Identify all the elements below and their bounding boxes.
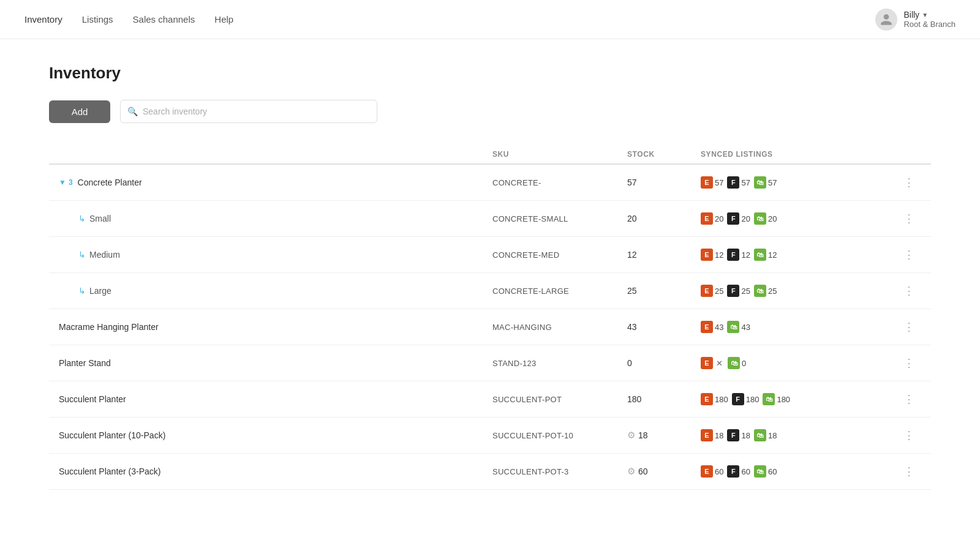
sku-value: CONCRETE-MED [492, 250, 627, 260]
main-content: Inventory Add 🔍 SKU STOCK SYNCED LISTING… [0, 39, 980, 514]
product-name: Succulent Planter (3-Pack) [59, 467, 492, 476]
nav-sales-channels[interactable]: Sales channels [133, 12, 195, 27]
nav-help[interactable]: Help [214, 12, 233, 27]
variant-indent: ↳ Large [78, 286, 111, 296]
product-name: Macrame Hanging Planter [59, 322, 492, 332]
variant-arrow-icon: ↳ [78, 286, 86, 296]
sku-value: STAND-123 [492, 359, 627, 368]
search-icon: 🔍 [127, 107, 138, 116]
more-actions-button[interactable]: ⋮ [897, 462, 921, 481]
more-actions-button[interactable]: ⋮ [897, 390, 921, 408]
more-actions-button[interactable]: ⋮ [897, 173, 921, 192]
table-row: Succulent Planter SUCCULENT-POT 180 E 18… [49, 381, 931, 418]
etsy-listing: E 60 [701, 465, 723, 478]
sku-value: CONCRETE-LARGE [492, 287, 627, 296]
inventory-table: SKU STOCK SYNCED LISTINGS ▼ 3 Concrete P… [49, 145, 931, 490]
etsy-icon: E [701, 176, 713, 189]
fb-count: 60 [741, 467, 750, 476]
fb-icon: F [727, 429, 739, 441]
listings: E 60 F 60 🛍 60 [701, 465, 897, 478]
more-actions-button[interactable]: ⋮ [897, 246, 921, 264]
avatar [875, 9, 897, 31]
listings: E 43 🛍 43 [701, 321, 897, 333]
etsy-listing: E ✕ [701, 357, 724, 369]
fb-icon: F [727, 212, 739, 225]
fb-listing: F 180 [732, 393, 760, 405]
listings: E 18 F 18 🛍 18 [701, 429, 897, 441]
shopify-icon: 🛍 [754, 285, 766, 297]
nav-listings[interactable]: Listings [82, 12, 113, 27]
toolbar: Add 🔍 [49, 100, 931, 123]
etsy-count: 60 [715, 467, 723, 476]
more-actions-button[interactable]: ⋮ [897, 209, 921, 228]
fb-listing: F 20 [727, 212, 750, 225]
etsy-listing: E 43 [701, 321, 723, 333]
shopify-listing: 🛍 0 [728, 357, 746, 369]
product-name-text: Succulent Planter [59, 394, 126, 404]
etsy-count: 57 [715, 178, 723, 187]
stock-value: 57 [627, 178, 701, 187]
expand-button[interactable]: ▼ 3 [59, 178, 73, 187]
more-actions-button[interactable]: ⋮ [897, 426, 921, 444]
shopify-icon: 🛍 [754, 212, 766, 225]
fb-count: 57 [741, 178, 750, 187]
table-row: Planter Stand STAND-123 0 E ✕ 🛍 0 ⋮ [49, 345, 931, 381]
fb-icon: F [727, 249, 739, 261]
etsy-count: 12 [715, 250, 723, 260]
fb-count: 12 [741, 250, 750, 260]
col-name-header [59, 150, 492, 159]
sku-value: SUCCULENT-POT-10 [492, 431, 627, 440]
product-name: Succulent Planter [59, 394, 492, 404]
shopify-count: 20 [768, 214, 777, 223]
etsy-icon: E [701, 321, 713, 333]
product-name: Succulent Planter (10-Pack) [59, 430, 492, 440]
variant-indent: ↳ Medium [78, 250, 120, 260]
sku-value: CONCRETE- [492, 178, 627, 187]
expand-count: 3 [69, 178, 73, 187]
table-row: ▼ 3 Concrete Planter CONCRETE- 57 E 57 F… [49, 165, 931, 201]
fb-count: 18 [741, 431, 750, 440]
variant-arrow-icon: ↳ [78, 250, 86, 260]
shopify-listing: 🛍 20 [754, 212, 777, 225]
col-listings-header: SYNCED LISTINGS [701, 150, 897, 159]
listings: E 20 F 20 🛍 20 [701, 212, 897, 225]
stock-value: 0 [627, 358, 701, 368]
etsy-icon: E [701, 393, 713, 405]
fb-icon: F [732, 393, 744, 405]
etsy-count: 20 [715, 214, 723, 223]
etsy-icon: E [701, 429, 713, 441]
shopify-listing: 🛍 57 [754, 176, 777, 189]
shopify-icon: 🛍 [763, 393, 775, 405]
search-input[interactable] [120, 100, 377, 123]
x-mark: ✕ [716, 359, 723, 368]
etsy-listing: E 25 [701, 285, 723, 297]
variant-arrow-icon: ↳ [78, 214, 86, 223]
sku-value: CONCRETE-SMALL [492, 214, 627, 223]
table-row: ↳ Small CONCRETE-SMALL 20 E 20 F 20 🛍 20 [49, 201, 931, 237]
etsy-icon: E [701, 212, 713, 225]
shopify-icon: 🛍 [754, 429, 766, 441]
sku-value: MAC-HANGING [492, 323, 627, 332]
nav-links: Inventory Listings Sales channels Help [24, 12, 875, 27]
fb-listing: F 18 [727, 429, 750, 441]
username: Billy ▼ [903, 10, 928, 20]
product-name-text: Succulent Planter (10-Pack) [59, 430, 165, 440]
shopify-icon: 🛍 [728, 357, 740, 369]
more-actions-button[interactable]: ⋮ [897, 282, 921, 300]
product-name-text: Macrame Hanging Planter [59, 322, 159, 332]
more-actions-button[interactable]: ⋮ [897, 354, 921, 372]
etsy-icon: E [701, 285, 713, 297]
etsy-listing: E 180 [701, 393, 728, 405]
shopify-count: 57 [768, 178, 777, 187]
stock-value: ⚙ 18 [627, 430, 701, 441]
shopify-icon: 🛍 [727, 321, 739, 333]
nav-user[interactable]: Billy ▼ Root & Branch [875, 9, 956, 31]
nav-inventory[interactable]: Inventory [24, 12, 62, 27]
fb-count: 20 [741, 214, 750, 223]
add-button[interactable]: Add [49, 100, 110, 123]
shopify-icon: 🛍 [754, 249, 766, 261]
more-actions-button[interactable]: ⋮ [897, 318, 921, 336]
product-name-text: Concrete Planter [78, 178, 142, 187]
fb-icon: F [727, 285, 739, 297]
shopify-count: 180 [777, 395, 790, 404]
